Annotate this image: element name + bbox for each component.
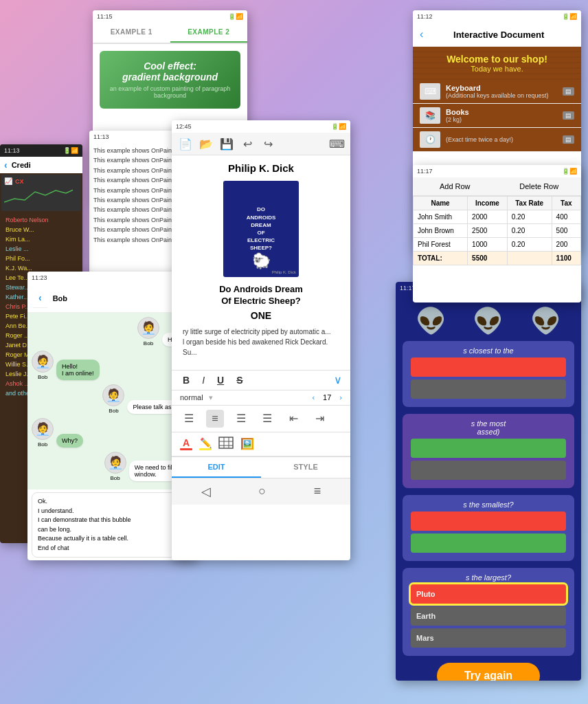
q2-ans1[interactable] — [411, 439, 566, 458]
avatar-name-bob-3: Bob — [109, 408, 118, 414]
strikethrough-btn[interactable]: S — [234, 373, 245, 387]
books-label: Books — [446, 108, 469, 116]
avatar-name-bob-4: Bob — [38, 441, 47, 448]
chart-icon: 📈 — [4, 177, 12, 185]
tab-example2[interactable]: EXAMPLE 2 — [170, 23, 248, 43]
alien-icon-3: 👽 — [530, 307, 561, 336]
status-bar-1: 11:15 🔋📶 — [93, 10, 247, 23]
welcome-title: Welcome to our shop! — [420, 54, 574, 65]
text-color-btn[interactable]: A — [180, 437, 192, 450]
indent-right-btn[interactable]: ⇥ — [310, 410, 328, 428]
align-justify-btn[interactable]: ☰ — [258, 410, 276, 428]
cell-tax: 200 — [552, 238, 580, 252]
q1-ans1[interactable] — [411, 358, 566, 377]
nav-back-icon-wp[interactable]: ◁ — [201, 484, 211, 499]
tab-example1[interactable]: EXAMPLE 1 — [93, 23, 170, 43]
font-name: normal — [180, 393, 203, 402]
time-6: 11:12 — [417, 13, 433, 20]
align-left-btn[interactable]: ☰ — [180, 410, 198, 428]
bold-btn[interactable]: B — [180, 373, 192, 387]
clock-desc: (Exact time twice a day!) — [446, 136, 513, 143]
table-row[interactable]: Phil Forest 1000 0.20 200 — [414, 238, 581, 252]
clock-price: ▤ — [563, 135, 574, 144]
q1-ans2[interactable] — [411, 380, 566, 399]
more-fmt-btn[interactable]: ∨ — [334, 373, 342, 386]
doc-item-keyboard: ⌨ Keyboard (Additional keys available on… — [413, 80, 581, 104]
table-row[interactable]: John Brown 2500 0.20 500 — [414, 224, 581, 238]
tabs-bar: EXAMPLE 1 EXAMPLE 2 — [93, 23, 247, 44]
chat-body: Hello! 🧑‍💼 Bob 🧑‍💼 Bob Hello!I am online… — [27, 313, 196, 490]
q2-ans2[interactable] — [411, 461, 566, 480]
q2-text: s the mostassed) — [411, 419, 566, 436]
dropdown-arrow-icon[interactable]: ▾ — [209, 393, 213, 402]
add-row-button[interactable]: Add Row — [413, 177, 497, 195]
table-actions: Add Row Delete Row — [413, 177, 581, 196]
align-center-btn[interactable]: ≡ — [206, 410, 224, 428]
chapter-label: ONE — [183, 310, 339, 321]
contact-phil[interactable]: Phil Fo... — [3, 254, 80, 263]
nav-menu-icon-wp[interactable]: ≡ — [314, 484, 321, 498]
total-income: 5500 — [468, 252, 508, 265]
delete-row-button[interactable]: Delete Row — [497, 177, 582, 195]
screen-data-table: 11:17 🔋📶 Add Row Delete Row Name Income … — [413, 165, 581, 302]
books-desc: (2 kg) — [446, 116, 469, 123]
table-row[interactable]: John Smith 2000 0.20 400 — [414, 210, 581, 224]
q4-ans-earth[interactable]: Earth — [411, 606, 566, 626]
highlight-btn[interactable]: ✏️ — [199, 437, 212, 450]
q4-ans-pluto[interactable]: Pluto — [411, 584, 566, 604]
credit-title: Credi — [12, 161, 31, 169]
avatar-name-bob-2: Bob — [38, 374, 47, 380]
back-icon[interactable]: ‹ — [4, 160, 8, 170]
undo-icon[interactable]: ↩ — [239, 135, 256, 152]
contact-roberto[interactable]: Roberto Nelson — [3, 215, 80, 225]
contact-bruce[interactable]: Bruce W... — [3, 225, 80, 234]
col-name: Name — [414, 197, 468, 210]
contact-leslie1[interactable]: Leslie ... — [3, 244, 80, 254]
table-btn[interactable] — [218, 437, 234, 452]
image-btn[interactable]: 🖼️ — [240, 437, 254, 450]
avatar-bob-2: 🧑‍💼 — [32, 351, 54, 373]
open-file-icon[interactable]: 📂 — [198, 135, 214, 152]
tab-style[interactable]: STYLE — [261, 457, 350, 478]
increase-size-btn[interactable]: › — [339, 393, 342, 402]
col-tax-rate: Tax Rate — [507, 197, 552, 210]
total-tax: 1100 — [552, 252, 580, 265]
time-4: 11:23 — [32, 274, 47, 281]
decrease-size-btn[interactable]: ‹ — [312, 393, 315, 402]
new-file-icon[interactable]: 📄 — [177, 135, 194, 152]
msg-why-left: 🧑‍💼 Bob Why? — [32, 418, 192, 448]
keyboard-icon[interactable]: ⌨ — [328, 135, 345, 152]
q4-ans-mars[interactable]: Mars — [411, 628, 566, 648]
tab-edit[interactable]: EDIT — [172, 457, 261, 478]
status-bar-7: 11:17 🔋📶 — [413, 165, 581, 177]
nav-home-icon-wp[interactable]: ○ — [258, 484, 266, 498]
cell-name: Phil Forest — [414, 238, 468, 252]
redo-icon[interactable]: ↪ — [260, 135, 276, 152]
doc-welcome: Welcome to our shop! Today we have. — [413, 47, 581, 80]
italic-btn[interactable]: I — [199, 373, 207, 387]
msg-online-left: 🧑‍💼 Bob Hello!I am online! — [32, 351, 192, 380]
gradient-box: Cool effect: gradient background an exam… — [100, 51, 240, 109]
underline-btn[interactable]: U — [214, 373, 227, 387]
keyboard-item-icon: ⌨ — [420, 83, 440, 100]
back-btn[interactable]: ‹ — [33, 288, 47, 308]
align-right-btn[interactable]: ☰ — [232, 410, 250, 428]
bubble-online: Hello!I am online! — [56, 360, 100, 380]
q3-ans2[interactable] — [411, 534, 566, 553]
status-icons-1: 🔋📶 — [228, 13, 243, 20]
screen-chat: 11:23 🔋📶 ‹ Bob Hello! 🧑‍💼 Bob 🧑‍💼 Bob He… — [27, 272, 196, 560]
quiz-q1: s closest to the — [403, 341, 574, 407]
long-bubble: Ok.I understand.I can demonstrate that t… — [32, 492, 192, 558]
contact-kim[interactable]: Kim La... — [3, 234, 80, 244]
q3-ans1[interactable] — [411, 512, 566, 531]
font-size-value: 17 — [323, 393, 331, 402]
save-icon[interactable]: 💾 — [218, 135, 235, 152]
try-again-button[interactable]: Try again — [437, 663, 540, 681]
align-row: ☰ ≡ ☰ ☰ ⇤ ⇥ — [172, 406, 350, 432]
status-bar-3: 11:13 🔋📶 — [0, 144, 82, 157]
alien-icon-1: 👽 — [416, 307, 446, 336]
total-tax-rate — [507, 252, 552, 265]
q1-text: s closest to the — [411, 346, 566, 355]
avatar-bob-3: 🧑‍💼 — [102, 384, 124, 406]
indent-left-btn[interactable]: ⇤ — [284, 410, 302, 428]
